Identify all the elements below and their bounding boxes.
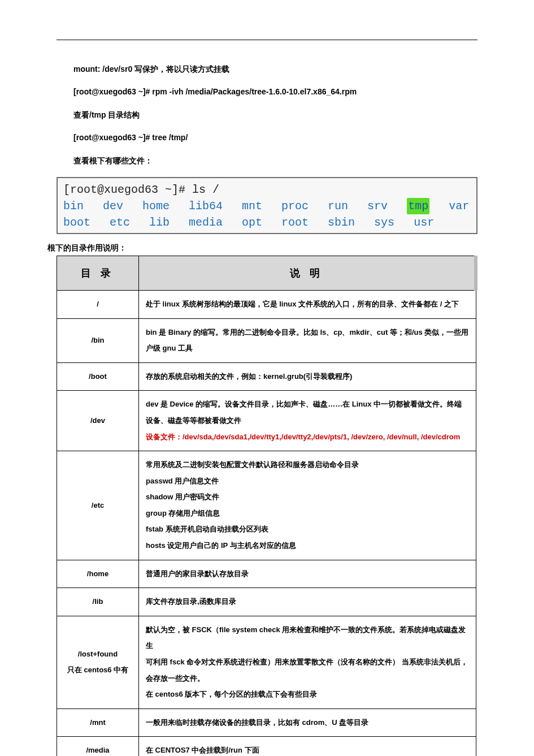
table-row: /media在 CENTOS7 中会挂载到/run 下面	[57, 737, 476, 756]
dir-cell: /etc	[57, 451, 139, 560]
text-line-4: [root@xuegod63 ~]# tree /tmp/	[73, 131, 477, 144]
desc-cell: bin 是 Binary 的缩写。常用的二进制命令目录。比如 ls、cp、mkd…	[139, 318, 476, 362]
ls-entry: sys	[374, 214, 394, 231]
dir-cell: /bin	[57, 318, 139, 362]
desc-cell: 默认为空，被 FSCK（file system check 用来检查和维护不一致…	[139, 616, 476, 709]
ls-entry: tmp	[407, 198, 429, 214]
top-rule	[57, 40, 477, 40]
desc-cell: 处于 linux 系统树形结构的最顶端，它是 linux 文件系统的入口，所有的…	[139, 290, 476, 318]
ls-entry: opt	[242, 214, 262, 231]
dir-cell: /lost+found只在 centos6 中有	[57, 616, 139, 709]
terminal-prompt: [root@xuegod63 ~]# ls /	[63, 182, 471, 198]
desc-cell: dev 是 Device 的缩写。设备文件目录，比如声卡、磁盘……在 Linux…	[139, 391, 476, 451]
text-line-2: [root@xuegod63 ~]# rpm -ivh /media/Packa…	[73, 85, 477, 98]
desc-cell: 存放的系统启动相关的文件，例如：kernel.grub(引导装载程序)	[139, 362, 476, 391]
ls-entry: lib	[149, 214, 170, 231]
ls-entry: root	[281, 214, 309, 231]
desc-cell: 常用系统及二进制安装包配置文件默认路径和服务器启动命令目录passwd 用户信息…	[139, 451, 476, 560]
dir-cell: /	[57, 290, 139, 318]
dir-cell: /mnt	[57, 709, 139, 737]
desc-cell: 库文件存放目录,函数库目录	[139, 588, 476, 616]
table-row: /home普通用户的家目录默认存放目录	[57, 560, 476, 588]
table-row: /boot存放的系统启动相关的文件，例如：kernel.grub(引导装载程序)	[57, 362, 476, 391]
ls-entry: usr	[414, 214, 434, 231]
table-row: /etc常用系统及二进制安装包配置文件默认路径和服务器启动命令目录passwd …	[57, 451, 476, 560]
desc-cell: 普通用户的家目录默认存放目录	[139, 560, 476, 588]
table-intro: 根下的目录作用说明：	[47, 243, 477, 253]
table-row: /mnt一般用来临时挂载存储设备的挂载目录，比如有 cdrom、U 盘等目录	[57, 709, 476, 737]
table-row: /处于 linux 系统树形结构的最顶端，它是 linux 文件系统的入口，所有…	[57, 290, 476, 318]
ls-entry: lib64	[189, 198, 223, 214]
ls-entry: mnt	[242, 198, 262, 214]
desc-cell: 在 CENTOS7 中会挂载到/run 下面	[139, 737, 476, 756]
ls-entry: bin	[63, 198, 84, 214]
ls-entry: var	[449, 198, 469, 214]
ls-entry: boot	[63, 214, 90, 231]
dir-cell: /boot	[57, 362, 139, 391]
ls-entry: srv	[367, 198, 388, 214]
table-row: /binbin 是 Binary 的缩写。常用的二进制命令目录。比如 ls、cp…	[57, 318, 476, 362]
dir-cell: /media	[57, 737, 139, 756]
table-header-row: 目 录 说 明	[57, 256, 476, 290]
dir-cell: /lib	[57, 588, 139, 616]
text-line-5: 查看根下有哪些文件：	[73, 154, 477, 167]
table-header-desc: 说 明	[139, 256, 476, 290]
ls-entry: run	[328, 198, 348, 214]
table-row: /lib库文件存放目录,函数库目录	[57, 588, 476, 616]
document-page: mount: /dev/sr0 写保护，将以只读方式挂载 [root@xuego…	[0, 0, 534, 756]
terminal-ls-row-1: bindevhomelib64mntprocrunsrvtmpvar	[63, 198, 471, 214]
ls-entry: sbin	[328, 214, 355, 231]
terminal-output: [root@xuegod63 ~]# ls / bindevhomelib64m…	[57, 177, 477, 234]
table-row: /devdev 是 Device 的缩写。设备文件目录，比如声卡、磁盘……在 L…	[57, 391, 476, 451]
dir-cell: /home	[57, 560, 139, 588]
table-row: /lost+found只在 centos6 中有默认为空，被 FSCK（file…	[57, 616, 476, 709]
directory-table: 目 录 说 明 /处于 linux 系统树形结构的最顶端，它是 linux 文件…	[57, 256, 477, 756]
ls-entry: etc	[110, 214, 130, 231]
text-line-3: 查看/tmp 目录结构	[73, 109, 477, 121]
terminal-ls-row-2: bootetclibmediaoptrootsbinsysusr	[63, 214, 471, 231]
table-header-dir: 目 录	[57, 256, 139, 290]
ls-entry: media	[189, 214, 223, 231]
ls-entry: dev	[103, 198, 123, 214]
dir-cell: /dev	[57, 391, 139, 451]
desc-cell: 一般用来临时挂载存储设备的挂载目录，比如有 cdrom、U 盘等目录	[139, 709, 476, 737]
ls-entry: proc	[281, 198, 309, 214]
ls-entry: home	[142, 198, 170, 214]
text-line-1: mount: /dev/sr0 写保护，将以只读方式挂载	[73, 63, 477, 75]
